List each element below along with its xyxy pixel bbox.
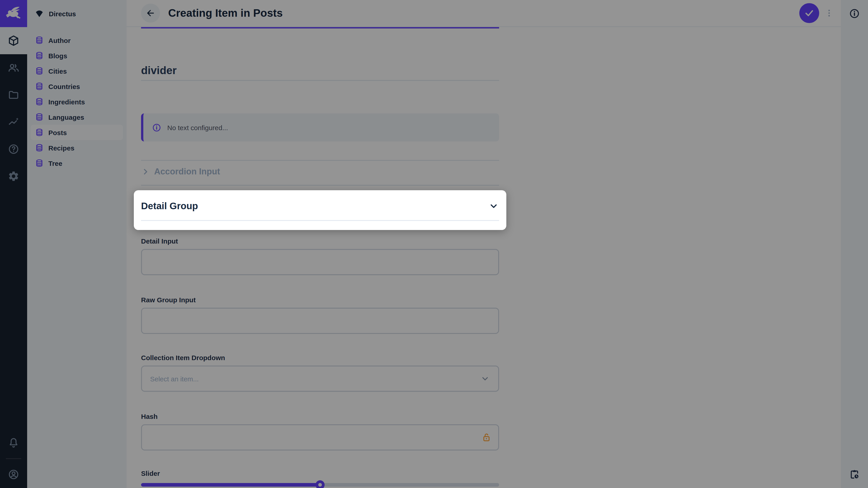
detail-group-title: Detail Group xyxy=(141,201,198,212)
chevron-down-icon[interactable] xyxy=(488,201,499,212)
dim-overlay xyxy=(0,0,868,488)
card-divider xyxy=(141,220,499,221)
detail-group-card[interactable]: Detail Group xyxy=(134,190,506,230)
app-root: Directus Author Blogs Cities Countries xyxy=(0,0,868,488)
